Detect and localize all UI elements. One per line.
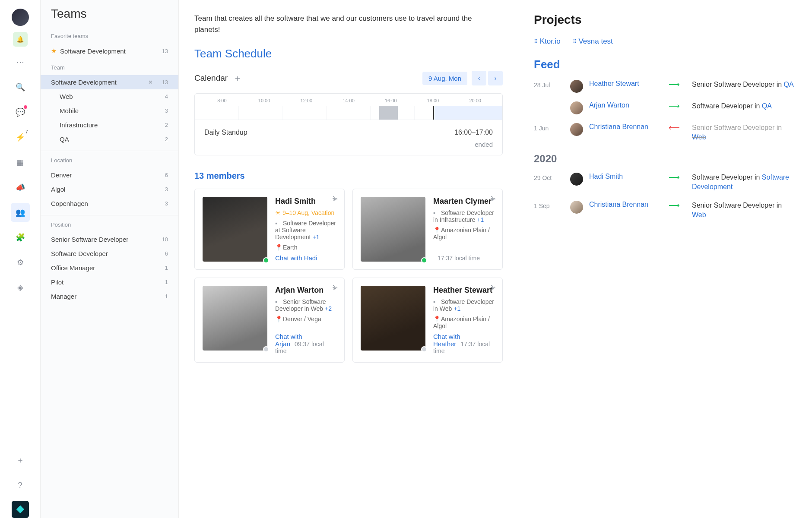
- feed-team-link[interactable]: QA: [762, 102, 772, 110]
- timeline: 8:0010:0012:0014:0016:0018:0020:00 Daily…: [194, 93, 503, 155]
- member-name: Maarten Clymer: [433, 197, 495, 206]
- sidebar-item[interactable]: Web4: [41, 89, 178, 104]
- project-icon[interactable]: ◈: [11, 278, 30, 297]
- member-action-icon[interactable]: ⛷: [490, 284, 496, 291]
- members-heading: 13 members: [194, 171, 503, 181]
- feed-avatar[interactable]: [570, 80, 583, 93]
- feed-person-link[interactable]: Arjan Warton: [589, 101, 663, 109]
- member-name: Heather Stewart: [433, 286, 495, 295]
- center-pane: Team that creates all the software that …: [179, 0, 518, 518]
- feed-change-text: Software Developer in QA: [692, 101, 796, 111]
- member-photo: [361, 197, 425, 262]
- sidebar-item[interactable]: QA2: [41, 132, 178, 146]
- sidebar-item[interactable]: Office Manager1: [41, 261, 178, 275]
- next-day-button[interactable]: ›: [488, 71, 503, 85]
- sidebar-item[interactable]: Copenhagen3: [41, 196, 178, 211]
- feed-team-link[interactable]: Web: [692, 133, 706, 141]
- svg-marker-0: [16, 505, 24, 513]
- presence-indicator: [263, 257, 269, 263]
- member-card[interactable]: Heather Stewart▪Software Developer in We…: [352, 278, 503, 363]
- member-location: 📍Amazonian Plain / Algol: [433, 227, 495, 240]
- member-role: ▪Software Developer at Software Developm…: [275, 220, 336, 240]
- product-logo-icon[interactable]: [12, 501, 29, 518]
- sidebar-item[interactable]: Algol3: [41, 182, 178, 196]
- add-icon[interactable]: ＋: [11, 451, 30, 470]
- member-location: 📍Amazonian Plain / Algol: [433, 316, 495, 329]
- sidebar-item[interactable]: Infrastructure2: [41, 118, 178, 132]
- feed-person-link[interactable]: Christiana Brennan: [589, 123, 663, 131]
- feed-person-link[interactable]: Christiana Brennan: [589, 201, 663, 208]
- feed-change-text: Senior Software Developer in Web: [692, 123, 796, 142]
- add-calendar-button[interactable]: ＋: [232, 73, 243, 84]
- prev-day-button[interactable]: ‹: [472, 71, 486, 85]
- sidebar-item-favorite[interactable]: ★ Software Development 13: [41, 44, 178, 58]
- member-action-icon[interactable]: ⛷: [332, 284, 338, 291]
- position-header: Position: [41, 215, 178, 232]
- activity-icon[interactable]: ⚡7: [11, 128, 30, 147]
- more-icon[interactable]: ⋯: [11, 53, 30, 72]
- feed-avatar[interactable]: [570, 201, 583, 214]
- member-photo: [203, 286, 267, 351]
- member-name: Hadi Smith: [275, 197, 336, 206]
- pin-icon: 📍: [275, 316, 281, 322]
- sidebar-item[interactable]: Manager1: [41, 289, 178, 303]
- project-link[interactable]: Ktor.io: [534, 37, 561, 46]
- feed-team-link[interactable]: Web: [692, 211, 706, 218]
- member-card[interactable]: Arjan Warton▪Senior Software Developer i…: [194, 278, 345, 363]
- notification-icon[interactable]: 🔔: [13, 32, 28, 47]
- sidebar-item[interactable]: Senior Software Developer10: [41, 232, 178, 246]
- announce-icon[interactable]: 📣: [11, 178, 30, 197]
- nav-rail: 🔔 ⋯ 🔍 💬 ⚡7 ▦ 📣 👥 🧩 ⚙ ◈ ＋ ?: [0, 0, 41, 518]
- member-action-icon[interactable]: ⛷: [332, 195, 338, 202]
- team-icon[interactable]: 👥: [11, 203, 30, 222]
- apps-icon[interactable]: ▦: [11, 153, 30, 172]
- sidebar-item[interactable]: Pilot1: [41, 275, 178, 289]
- feed-arrow-icon: ⟵: [669, 123, 686, 133]
- star-icon: ★: [51, 47, 57, 55]
- sidebar-item[interactable]: Software Developer6: [41, 246, 178, 261]
- search-icon[interactable]: 🔍: [11, 78, 30, 97]
- project-link[interactable]: Vesna test: [573, 37, 613, 46]
- local-time: 17:37 local time: [438, 255, 480, 262]
- sidebar-item[interactable]: Mobile3: [41, 104, 178, 118]
- feed-avatar[interactable]: [570, 101, 583, 114]
- feed-person-link[interactable]: Hadi Smith: [589, 173, 663, 180]
- feed-avatar[interactable]: [570, 173, 583, 186]
- settings-icon[interactable]: ⚙: [11, 253, 30, 272]
- feed-row: 1 JunChristiana Brennan⟵Senior Software …: [534, 123, 796, 142]
- extensions-icon[interactable]: 🧩: [11, 228, 30, 247]
- feed-year: 2020: [534, 153, 796, 165]
- feed-row: 28 JulHeather Stewart⟶Senior Software De…: [534, 80, 796, 93]
- member-role: ▪Software Developer in Infrastructure+1: [433, 209, 495, 223]
- schedule-heading: Team Schedule: [194, 47, 503, 60]
- member-card[interactable]: Maarten Clymer▪Software Developer in Inf…: [352, 189, 503, 270]
- user-avatar[interactable]: [12, 9, 29, 26]
- chat-icon[interactable]: 💬: [11, 103, 30, 122]
- feed-team-link[interactable]: Software Development: [692, 174, 789, 190]
- date-pill[interactable]: 9 Aug, Mon: [422, 72, 467, 85]
- sidebar-item[interactable]: Denver6: [41, 168, 178, 182]
- member-photo: [361, 286, 425, 351]
- chat-link[interactable]: Chat with Hadi: [275, 254, 317, 262]
- member-action-icon[interactable]: ⛷: [490, 195, 496, 202]
- person-icon: ▪: [275, 298, 281, 305]
- member-location: 📍Earth: [275, 244, 336, 251]
- presence-indicator: [421, 257, 427, 263]
- chat-link[interactable]: Chat with Heather: [433, 333, 460, 347]
- close-icon[interactable]: ✕: [147, 79, 154, 86]
- feed-date: 1 Jun: [534, 123, 564, 132]
- feed-person-link[interactable]: Heather Stewart: [589, 80, 663, 88]
- person-icon: ▪: [433, 298, 439, 305]
- event-block[interactable]: [379, 106, 398, 120]
- feed-row: 29 OctHadi Smith⟶Software Developer in S…: [534, 173, 796, 192]
- member-location: 📍Denver / Vega: [275, 316, 336, 322]
- location-header: Location: [41, 151, 178, 168]
- feed-team-link[interactable]: QA: [784, 81, 794, 88]
- sidebar-item-team-active[interactable]: Software Development ✕ 13: [41, 75, 178, 89]
- team-header: Team: [41, 58, 178, 75]
- help-icon[interactable]: ?: [11, 476, 30, 495]
- member-card[interactable]: Hadi Smith9–10 Aug, Vacation▪Software De…: [194, 189, 345, 270]
- calendar-label: Calendar: [194, 73, 228, 83]
- now-indicator: [433, 106, 434, 120]
- feed-avatar[interactable]: [570, 123, 583, 136]
